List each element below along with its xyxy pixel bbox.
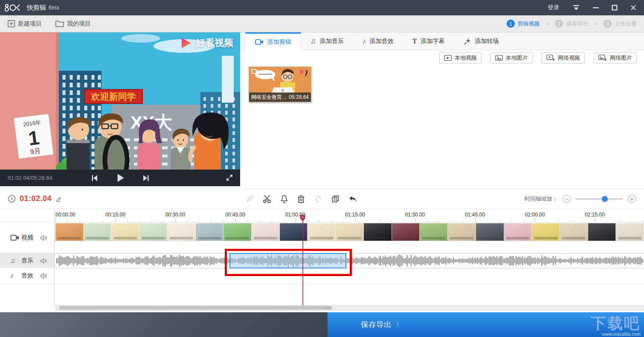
- web-image-button[interactable]: 网络图片: [594, 52, 637, 63]
- web-image-icon: [598, 55, 607, 61]
- video-frame-thumbnail[interactable]: [532, 223, 560, 241]
- video-frame-thumbnail[interactable]: [280, 223, 308, 241]
- edit-pencil-icon: [246, 195, 254, 203]
- new-project-icon: [8, 20, 15, 27]
- video-frame-thumbnail[interactable]: [139, 223, 168, 241]
- tab-添加转场[interactable]: 添加转场: [454, 32, 508, 50]
- zoom-slider-thumb[interactable]: [602, 196, 608, 202]
- local-video-button[interactable]: 本地视频: [439, 52, 482, 63]
- ruler-minor-tick: [163, 220, 164, 222]
- cut-scissors-icon[interactable]: [263, 195, 271, 203]
- video-frame-thumbnail[interactable]: [196, 223, 224, 241]
- video-frame-thumbnail[interactable]: [588, 223, 616, 241]
- playback-time: 01:02.04/05:28.64: [8, 175, 52, 181]
- chevron-right-icon: 〉: [396, 320, 403, 329]
- audio-clip-selection[interactable]: [229, 253, 346, 268]
- step-label: 保存导出: [566, 20, 588, 28]
- video-frame-thumbnail[interactable]: [560, 223, 588, 241]
- bell-marker-icon[interactable]: [280, 195, 288, 203]
- video-frame-thumbnail[interactable]: [392, 223, 420, 241]
- scrollbar-thumb[interactable]: [59, 306, 332, 310]
- ruler-minor-tick: [91, 220, 92, 222]
- video-frame-thumbnail[interactable]: [448, 223, 476, 241]
- video-frame-thumbnail[interactable]: [111, 223, 139, 241]
- wizard-step-3[interactable]: 3上传分享: [603, 20, 637, 28]
- step-number-badge: 3: [603, 20, 612, 28]
- play-button[interactable]: [116, 173, 125, 182]
- time-ruler[interactable]: 00:00.0000:15.0000:30.0000:45.0001:00.00…: [0, 209, 644, 222]
- edit-timecode-icon[interactable]: [55, 196, 62, 202]
- local-image-button[interactable]: 本地图片: [490, 52, 533, 63]
- sound-note-icon: ♪: [363, 38, 366, 45]
- maximize-button[interactable]: [612, 5, 618, 11]
- video-frame-thumbnail[interactable]: [168, 223, 196, 241]
- ruler-minor-tick: [151, 220, 152, 222]
- sfx-track-mute-icon[interactable]: [40, 273, 47, 279]
- wizard-step-1[interactable]: 1剪辑视频: [507, 20, 540, 28]
- zoom-in-button[interactable]: +: [628, 195, 636, 203]
- close-button[interactable]: [630, 5, 636, 11]
- step-chevron-icon: >: [546, 20, 549, 27]
- video-frame-thumbnail[interactable]: [252, 223, 280, 241]
- source-button-label: 网络视频: [558, 54, 580, 62]
- ruler-minor-tick: [511, 220, 511, 222]
- video-frame-thumbnail[interactable]: [504, 223, 532, 241]
- next-frame-button[interactable]: [142, 175, 149, 181]
- previous-frame-button[interactable]: [91, 175, 98, 181]
- ruler-minor-tick: [223, 220, 223, 222]
- music-track-clip[interactable]: [55, 253, 644, 268]
- ruler-label: 02:00.00: [525, 212, 545, 218]
- video-frame-thumbnail[interactable]: [616, 223, 644, 241]
- local-video-icon: [444, 55, 452, 61]
- trash-delete-icon[interactable]: [297, 195, 305, 203]
- horizontal-scrollbar[interactable]: [55, 305, 644, 311]
- ruler-label: 02:15.00: [585, 212, 605, 218]
- video-camera-icon: [255, 39, 264, 45]
- folder-icon: [55, 20, 64, 27]
- footer-bar: 保存导出 〉 下载吧 www.xiazaiba.com: [0, 312, 644, 337]
- ruler-label: 01:15.00: [345, 212, 365, 218]
- timeline-zoom-group: 时间轴缩放： − +: [525, 189, 636, 208]
- ruler-minor-tick: [643, 220, 643, 222]
- tab-添加音效[interactable]: ♪添加音效: [353, 32, 403, 50]
- video-frame-thumbnail[interactable]: [420, 223, 448, 241]
- video-preview[interactable]: XX大 欢迎新同学 2016年 1 9月: [0, 32, 240, 170]
- my-projects-button[interactable]: 我的项目: [55, 20, 91, 28]
- tab-label: 添加音效: [370, 37, 394, 45]
- ruler-minor-tick: [547, 220, 547, 222]
- video-frame-thumbnail[interactable]: [55, 223, 84, 241]
- clip-tools: [246, 189, 357, 208]
- tab-添加剪辑[interactable]: 添加剪辑: [245, 32, 301, 50]
- minimize-button[interactable]: [593, 5, 599, 11]
- ruler-minor-tick: [499, 220, 499, 222]
- ruler-minor-tick: [463, 220, 463, 222]
- zoom-out-button[interactable]: −: [563, 195, 571, 203]
- video-frame-thumbnail[interactable]: [307, 223, 336, 241]
- ruler-label: 00:00.00: [55, 212, 75, 218]
- playhead-handle[interactable]: [299, 214, 306, 222]
- skin-menu-icon[interactable]: [572, 5, 580, 11]
- video-frame-thumbnail[interactable]: [84, 223, 112, 241]
- tab-label: 添加转场: [475, 37, 499, 45]
- video-frame-thumbnail[interactable]: [476, 223, 504, 241]
- wizard-step-2[interactable]: 2保存导出: [555, 20, 588, 28]
- web-video-button[interactable]: 网络视频: [542, 52, 585, 63]
- unlink-icon: [314, 195, 322, 203]
- copy-duplicate-icon[interactable]: [331, 195, 339, 203]
- fullscreen-icon[interactable]: [226, 174, 233, 181]
- new-project-button[interactable]: 新建项目: [8, 20, 42, 28]
- media-library-item[interactable]: 网络安全教育... 05:28.64: [249, 66, 311, 102]
- zoom-slider[interactable]: [575, 198, 623, 200]
- video-frame-thumbnail[interactable]: [223, 223, 252, 241]
- undo-icon[interactable]: [348, 195, 357, 203]
- save-export-button[interactable]: 保存导出 〉: [328, 312, 644, 337]
- video-track-mute-icon[interactable]: [40, 235, 47, 241]
- video-frame-thumbnail[interactable]: [336, 223, 364, 241]
- tab-添加字幕[interactable]: T添加字幕: [403, 32, 454, 50]
- video-track-clip[interactable]: [55, 223, 644, 241]
- music-track-mute-icon[interactable]: [40, 258, 47, 264]
- video-frame-thumbnail[interactable]: [364, 223, 392, 241]
- tab-添加音乐[interactable]: ♫添加音乐: [301, 32, 353, 50]
- ruler-minor-tick: [103, 220, 104, 222]
- login-button[interactable]: 登录: [548, 4, 560, 12]
